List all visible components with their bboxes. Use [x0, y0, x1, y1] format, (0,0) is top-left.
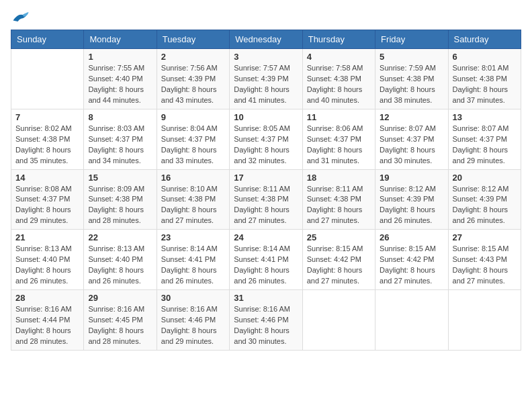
calendar-cell: 1Sunrise: 7:55 AMSunset: 4:40 PMDaylight…	[84, 49, 157, 109]
day-info: Sunrise: 8:06 AMSunset: 4:37 PMDaylight:…	[307, 124, 371, 167]
day-number: 1	[88, 52, 152, 62]
day-info: Sunrise: 8:07 AMSunset: 4:37 PMDaylight:…	[453, 124, 517, 167]
calendar-cell	[448, 290, 521, 351]
day-number: 12	[380, 112, 443, 122]
day-info: Sunrise: 8:16 AMSunset: 4:44 PMDaylight:…	[15, 304, 79, 347]
day-number: 9	[161, 112, 225, 122]
day-number: 23	[161, 232, 225, 242]
day-info: Sunrise: 7:58 AMSunset: 4:38 PMDaylight:…	[307, 63, 371, 106]
day-number: 13	[453, 112, 517, 122]
day-info: Sunrise: 8:07 AMSunset: 4:37 PMDaylight:…	[380, 124, 443, 167]
calendar-cell: 4Sunrise: 7:58 AMSunset: 4:38 PMDaylight…	[302, 49, 375, 109]
calendar-cell: 31Sunrise: 8:16 AMSunset: 4:46 PMDayligh…	[230, 290, 302, 351]
day-info: Sunrise: 7:55 AMSunset: 4:40 PMDaylight:…	[88, 63, 152, 106]
calendar-cell: 29Sunrise: 8:16 AMSunset: 4:45 PMDayligh…	[84, 290, 157, 351]
day-info: Sunrise: 8:12 AMSunset: 4:39 PMDaylight:…	[380, 184, 443, 227]
calendar-cell: 27Sunrise: 8:15 AMSunset: 4:43 PMDayligh…	[448, 230, 521, 290]
day-info: Sunrise: 8:15 AMSunset: 4:43 PMDaylight:…	[453, 244, 517, 287]
day-info: Sunrise: 8:13 AMSunset: 4:40 PMDaylight:…	[15, 244, 79, 287]
day-number: 10	[234, 112, 298, 122]
day-number: 15	[88, 173, 152, 183]
day-info: Sunrise: 8:04 AMSunset: 4:37 PMDaylight:…	[161, 124, 225, 167]
page-header	[11, 11, 521, 26]
calendar-cell: 26Sunrise: 8:15 AMSunset: 4:42 PMDayligh…	[375, 230, 448, 290]
calendar-cell: 3Sunrise: 7:57 AMSunset: 4:39 PMDaylight…	[230, 49, 302, 109]
calendar-header-row: SundayMondayTuesdayWednesdayThursdayFrid…	[11, 30, 521, 49]
calendar-week-5: 28Sunrise: 8:16 AMSunset: 4:44 PMDayligh…	[11, 290, 521, 351]
day-number: 31	[234, 293, 298, 303]
calendar-table: SundayMondayTuesdayWednesdayThursdayFrid…	[11, 30, 521, 351]
day-number: 20	[453, 173, 517, 183]
calendar-cell: 22Sunrise: 8:13 AMSunset: 4:40 PMDayligh…	[84, 230, 157, 290]
calendar-cell: 24Sunrise: 8:14 AMSunset: 4:41 PMDayligh…	[230, 230, 302, 290]
calendar-week-1: 1Sunrise: 7:55 AMSunset: 4:40 PMDaylight…	[11, 49, 521, 109]
day-number: 16	[161, 173, 225, 183]
logo	[11, 11, 32, 26]
day-number: 18	[307, 173, 371, 183]
calendar-cell	[302, 290, 375, 351]
day-number: 8	[88, 112, 152, 122]
day-number: 26	[380, 232, 443, 242]
day-info: Sunrise: 8:14 AMSunset: 4:41 PMDaylight:…	[234, 244, 298, 287]
weekday-header-sunday: Sunday	[11, 30, 84, 49]
day-info: Sunrise: 8:03 AMSunset: 4:37 PMDaylight:…	[88, 124, 152, 167]
calendar-cell: 30Sunrise: 8:16 AMSunset: 4:46 PMDayligh…	[157, 290, 229, 351]
day-info: Sunrise: 8:16 AMSunset: 4:46 PMDaylight:…	[161, 304, 225, 347]
day-info: Sunrise: 8:16 AMSunset: 4:46 PMDaylight:…	[234, 304, 298, 347]
day-number: 30	[161, 293, 225, 303]
day-info: Sunrise: 8:11 AMSunset: 4:38 PMDaylight:…	[307, 184, 371, 227]
day-number: 14	[15, 173, 79, 183]
calendar-cell: 8Sunrise: 8:03 AMSunset: 4:37 PMDaylight…	[84, 109, 157, 169]
calendar-cell: 12Sunrise: 8:07 AMSunset: 4:37 PMDayligh…	[375, 109, 448, 169]
day-info: Sunrise: 7:56 AMSunset: 4:39 PMDaylight:…	[161, 63, 225, 106]
calendar-cell: 23Sunrise: 8:14 AMSunset: 4:41 PMDayligh…	[157, 230, 229, 290]
calendar-cell: 15Sunrise: 8:09 AMSunset: 4:38 PMDayligh…	[84, 169, 157, 230]
calendar-cell: 6Sunrise: 8:01 AMSunset: 4:38 PMDaylight…	[448, 49, 521, 109]
day-number: 2	[161, 52, 225, 62]
day-number: 6	[453, 52, 517, 62]
weekday-header-monday: Monday	[84, 30, 157, 49]
calendar-cell: 13Sunrise: 8:07 AMSunset: 4:37 PMDayligh…	[448, 109, 521, 169]
calendar-cell: 20Sunrise: 8:12 AMSunset: 4:39 PMDayligh…	[448, 169, 521, 230]
day-info: Sunrise: 7:57 AMSunset: 4:39 PMDaylight:…	[234, 63, 298, 106]
day-number: 27	[453, 232, 517, 242]
calendar-cell: 5Sunrise: 7:59 AMSunset: 4:38 PMDaylight…	[375, 49, 448, 109]
logo-bird-icon	[11, 11, 30, 26]
day-info: Sunrise: 8:10 AMSunset: 4:38 PMDaylight:…	[161, 184, 225, 227]
calendar-cell: 25Sunrise: 8:15 AMSunset: 4:42 PMDayligh…	[302, 230, 375, 290]
weekday-header-tuesday: Tuesday	[157, 30, 229, 49]
day-info: Sunrise: 8:15 AMSunset: 4:42 PMDaylight:…	[380, 244, 443, 287]
day-number: 28	[15, 293, 79, 303]
calendar-cell	[375, 290, 448, 351]
calendar-cell: 17Sunrise: 8:11 AMSunset: 4:38 PMDayligh…	[230, 169, 302, 230]
calendar-cell: 18Sunrise: 8:11 AMSunset: 4:38 PMDayligh…	[302, 169, 375, 230]
day-info: Sunrise: 8:15 AMSunset: 4:42 PMDaylight:…	[307, 244, 371, 287]
calendar-week-3: 14Sunrise: 8:08 AMSunset: 4:37 PMDayligh…	[11, 169, 521, 230]
day-info: Sunrise: 8:05 AMSunset: 4:37 PMDaylight:…	[234, 124, 298, 167]
day-info: Sunrise: 8:01 AMSunset: 4:38 PMDaylight:…	[453, 63, 517, 106]
day-number: 21	[15, 232, 79, 242]
calendar-cell: 10Sunrise: 8:05 AMSunset: 4:37 PMDayligh…	[230, 109, 302, 169]
calendar-cell: 14Sunrise: 8:08 AMSunset: 4:37 PMDayligh…	[11, 169, 84, 230]
day-number: 3	[234, 52, 298, 62]
weekday-header-saturday: Saturday	[448, 30, 521, 49]
calendar-cell: 16Sunrise: 8:10 AMSunset: 4:38 PMDayligh…	[157, 169, 229, 230]
day-number: 17	[234, 173, 298, 183]
day-info: Sunrise: 8:12 AMSunset: 4:39 PMDaylight:…	[453, 184, 517, 227]
day-number: 29	[88, 293, 152, 303]
calendar-cell: 9Sunrise: 8:04 AMSunset: 4:37 PMDaylight…	[157, 109, 229, 169]
calendar-cell: 7Sunrise: 8:02 AMSunset: 4:38 PMDaylight…	[11, 109, 84, 169]
weekday-header-wednesday: Wednesday	[230, 30, 302, 49]
day-info: Sunrise: 7:59 AMSunset: 4:38 PMDaylight:…	[380, 63, 443, 106]
day-number: 4	[307, 52, 371, 62]
calendar-cell: 21Sunrise: 8:13 AMSunset: 4:40 PMDayligh…	[11, 230, 84, 290]
calendar-cell: 28Sunrise: 8:16 AMSunset: 4:44 PMDayligh…	[11, 290, 84, 351]
day-number: 24	[234, 232, 298, 242]
calendar-week-2: 7Sunrise: 8:02 AMSunset: 4:38 PMDaylight…	[11, 109, 521, 169]
day-number: 7	[15, 112, 79, 122]
day-number: 25	[307, 232, 371, 242]
day-info: Sunrise: 8:13 AMSunset: 4:40 PMDaylight:…	[88, 244, 152, 287]
calendar-body: 1Sunrise: 7:55 AMSunset: 4:40 PMDaylight…	[11, 49, 521, 351]
weekday-header-friday: Friday	[375, 30, 448, 49]
day-info: Sunrise: 8:02 AMSunset: 4:38 PMDaylight:…	[15, 124, 79, 167]
